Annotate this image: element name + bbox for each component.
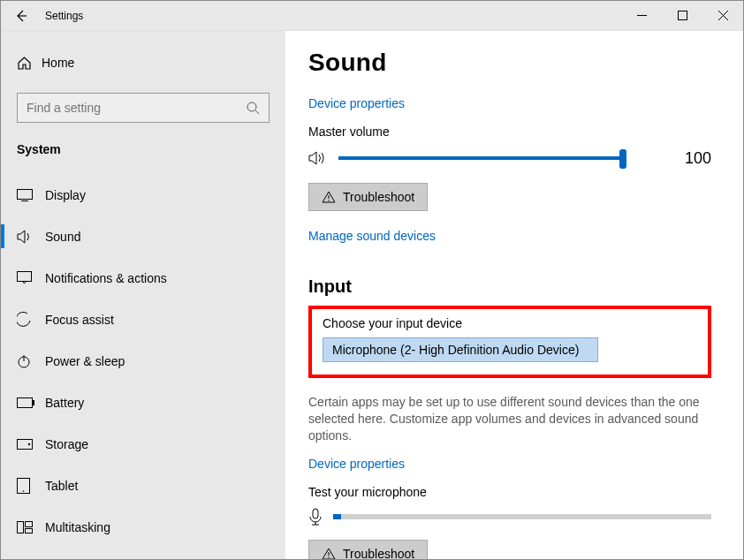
- troubleshoot-label: Troubleshoot: [343, 190, 414, 204]
- focus-assist-icon: [17, 312, 45, 327]
- sidebar: Home System Display Sound Notifications …: [1, 31, 285, 559]
- sidebar-item-label: Sound: [45, 230, 80, 244]
- power-icon: [17, 354, 45, 368]
- input-device-select[interactable]: Microphone (2- High Definition Audio Dev…: [323, 337, 598, 362]
- arrow-left-icon: [14, 9, 28, 23]
- manage-sound-devices-link[interactable]: Manage sound devices: [308, 229, 711, 243]
- svg-rect-6: [18, 189, 33, 199]
- mic-level-bar: [333, 514, 711, 519]
- microphone-icon: [308, 508, 323, 526]
- minimize-button[interactable]: [621, 1, 662, 30]
- search-input[interactable]: [27, 101, 247, 115]
- master-volume-slider[interactable]: [338, 148, 626, 169]
- svg-point-21: [328, 200, 329, 201]
- sidebar-item-multitasking[interactable]: Multitasking: [1, 506, 285, 548]
- sidebar-item-label: Battery: [45, 396, 84, 410]
- device-properties-input-link[interactable]: Device properties: [308, 457, 711, 471]
- master-volume-label: Master volume: [308, 125, 711, 139]
- close-icon: [718, 11, 728, 20]
- svg-rect-11: [18, 397, 33, 407]
- troubleshoot-output-button[interactable]: Troubleshoot: [308, 183, 428, 211]
- minimize-icon: [637, 11, 647, 20]
- sidebar-item-label: Display: [45, 188, 86, 202]
- sidebar-heading: System: [1, 135, 285, 165]
- sidebar-item-battery[interactable]: Battery: [1, 382, 285, 423]
- sidebar-item-sound[interactable]: Sound: [1, 216, 285, 257]
- svg-rect-8: [18, 272, 32, 282]
- sound-icon: [17, 230, 45, 244]
- titlebar: Settings: [1, 1, 743, 31]
- svg-rect-12: [33, 400, 34, 405]
- input-heading: Input: [308, 276, 711, 297]
- sidebar-item-label: Multitasking: [45, 520, 110, 534]
- content-pane: Sound Device properties Master volume 10…: [285, 31, 743, 559]
- sidebar-item-storage[interactable]: Storage: [1, 423, 285, 465]
- sidebar-item-power-sleep[interactable]: Power & sleep: [1, 340, 285, 382]
- sidebar-item-label: Focus assist: [45, 313, 114, 327]
- sidebar-item-focus-assist[interactable]: Focus assist: [1, 299, 285, 340]
- volume-icon: [308, 149, 328, 167]
- device-properties-link[interactable]: Device properties: [308, 96, 711, 110]
- battery-icon: [17, 397, 45, 408]
- svg-point-16: [23, 490, 25, 492]
- home-button[interactable]: Home: [17, 45, 285, 80]
- tablet-icon: [17, 478, 45, 494]
- sidebar-item-label: Notifications & actions: [45, 271, 167, 285]
- sidebar-item-label: Storage: [45, 437, 88, 451]
- annotation-highlight: Choose your input device Microphone (2- …: [308, 306, 711, 378]
- multitasking-icon: [17, 521, 45, 534]
- slider-thumb[interactable]: [619, 149, 626, 169]
- master-volume-value: 100: [678, 149, 711, 168]
- window-title: Settings: [42, 10, 621, 22]
- maximize-button[interactable]: [662, 1, 702, 30]
- svg-rect-19: [26, 528, 33, 533]
- sidebar-item-notifications[interactable]: Notifications & actions: [1, 257, 285, 299]
- sidebar-item-label: Tablet: [45, 479, 78, 493]
- storage-icon: [17, 439, 45, 450]
- troubleshoot-input-button[interactable]: Troubleshoot: [308, 540, 428, 559]
- svg-rect-18: [26, 521, 33, 526]
- svg-point-26: [328, 556, 329, 557]
- svg-rect-1: [678, 11, 687, 20]
- search-box[interactable]: [17, 93, 270, 123]
- back-button[interactable]: [1, 1, 42, 30]
- svg-point-4: [247, 102, 256, 111]
- sidebar-item-label: Power & sleep: [45, 354, 125, 368]
- warning-icon: [322, 191, 336, 203]
- svg-rect-17: [18, 521, 24, 533]
- close-button[interactable]: [702, 1, 743, 30]
- svg-line-5: [255, 110, 259, 114]
- notifications-icon: [17, 271, 45, 284]
- svg-rect-22: [313, 509, 318, 518]
- home-icon: [17, 56, 42, 71]
- maximize-icon: [678, 11, 687, 20]
- troubleshoot-label: Troubleshoot: [343, 547, 414, 559]
- sidebar-item-tablet[interactable]: Tablet: [1, 465, 285, 506]
- display-icon: [17, 189, 45, 201]
- choose-input-label: Choose your input device: [323, 316, 697, 330]
- warning-icon: [322, 548, 336, 559]
- input-device-selected: Microphone (2- High Definition Audio Dev…: [332, 343, 579, 357]
- page-title: Sound: [308, 49, 711, 77]
- search-icon: [247, 102, 260, 115]
- test-mic-label: Test your microphone: [308, 485, 711, 499]
- sidebar-item-display[interactable]: Display: [1, 174, 285, 216]
- svg-point-14: [28, 443, 30, 444]
- input-help-text: Certain apps may be set up to use differ…: [308, 394, 711, 444]
- home-label: Home: [42, 56, 74, 70]
- sidebar-nav: Display Sound Notifications & actions Fo…: [1, 174, 285, 548]
